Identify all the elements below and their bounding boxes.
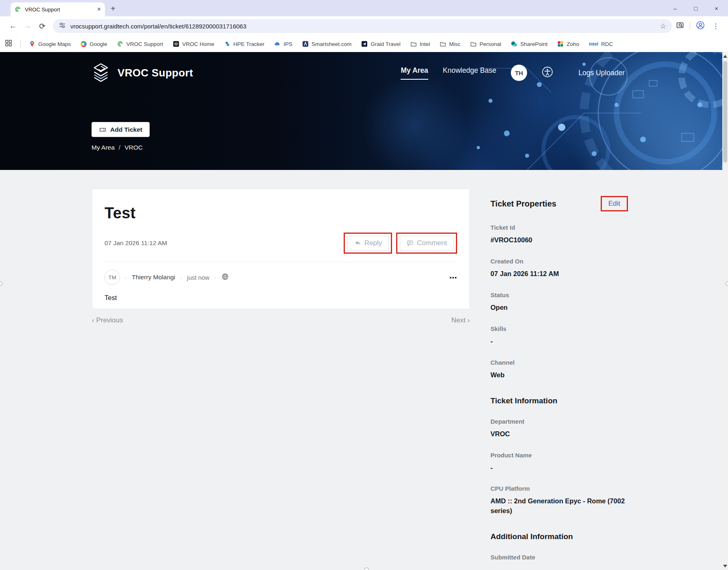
new-tab-button[interactable]: + bbox=[111, 4, 116, 13]
breadcrumb-my-area[interactable]: My Area bbox=[92, 144, 115, 151]
tab-title: VROC Support bbox=[25, 7, 94, 13]
field-value: 07 Jan 2026 11:12 AM bbox=[490, 269, 628, 279]
browser-menu-icon[interactable]: ⋮ bbox=[711, 22, 721, 30]
field-label: Channel bbox=[490, 359, 628, 366]
bookmark-smartsheet[interactable]: Smartsheet.com bbox=[302, 41, 351, 47]
bookmark-google[interactable]: Google bbox=[81, 41, 107, 47]
previous-page-link[interactable]: ‹ Previous bbox=[92, 316, 123, 324]
user-avatar[interactable]: TH bbox=[511, 65, 527, 81]
bookmark-label: Graid Travel bbox=[371, 41, 401, 47]
ticket-title: Test bbox=[105, 205, 457, 222]
field-label: CPU Platform bbox=[490, 485, 628, 492]
selection-handle-bottom bbox=[364, 568, 369, 570]
field-value: - bbox=[490, 463, 628, 473]
bookmark-label: Personal bbox=[480, 41, 501, 47]
reply-button[interactable]: Reply bbox=[347, 236, 388, 250]
bookmark-label: VROC Support bbox=[126, 41, 163, 47]
sharepoint-icon bbox=[511, 41, 517, 47]
nav-logs-uploader[interactable]: Logs Uploader bbox=[578, 69, 625, 77]
scrollbar-thumb[interactable] bbox=[723, 61, 727, 163]
dot-separator: · bbox=[180, 274, 182, 281]
field-cpu-platform: CPU Platform AMD :: 2nd Generation Epyc … bbox=[490, 485, 628, 516]
bookmark-rdc[interactable]: intel RDC bbox=[589, 41, 613, 47]
browser-tab-strip: VROC Support × + – □ × bbox=[0, 0, 728, 16]
field-created-on: Created On 07 Jan 2026 11:12 AM bbox=[490, 258, 628, 279]
edit-properties-link[interactable]: Edit bbox=[608, 200, 620, 207]
bookmark-folder-misc[interactable]: Misc bbox=[440, 41, 460, 47]
window-minimize-button[interactable]: – bbox=[674, 5, 677, 12]
card-divider bbox=[105, 262, 457, 262]
field-label: Ticket Id bbox=[490, 224, 628, 231]
selection-handle-right bbox=[726, 281, 728, 286]
vroc-support-favicon bbox=[15, 6, 21, 13]
search-sidepanel-icon[interactable] bbox=[676, 21, 684, 31]
profile-icon[interactable] bbox=[696, 21, 705, 31]
ticket-body: Test bbox=[105, 294, 457, 302]
bookmark-label: Intel bbox=[420, 41, 430, 47]
dot-separator: · bbox=[214, 274, 216, 281]
field-label: Product Name bbox=[490, 452, 628, 459]
bookmark-vroc-home[interactable]: VROC Home bbox=[173, 41, 214, 47]
field-department: Department VROC bbox=[490, 418, 628, 439]
bookmark-ips[interactable]: IPS bbox=[274, 41, 292, 47]
author-time: just now bbox=[187, 274, 209, 281]
forward-icon[interactable]: → bbox=[20, 22, 35, 30]
window-maximize-button[interactable]: □ bbox=[694, 5, 697, 12]
window-close-button[interactable]: × bbox=[715, 5, 718, 12]
bookmark-label: Misc bbox=[449, 41, 460, 47]
field-label: Status bbox=[490, 292, 628, 298]
bookmark-label: HPE Tracker bbox=[233, 41, 265, 47]
bookmark-graid-travel[interactable]: Graid Travel bbox=[361, 41, 401, 47]
breadcrumb: My Area / VROC bbox=[92, 144, 143, 151]
field-submitted-date: Submitted Date bbox=[490, 554, 628, 561]
ticket-created-date: 07 Jan 2026 11:12 AM bbox=[105, 239, 167, 247]
comment-button[interactable]: Comment bbox=[400, 236, 453, 250]
bookmark-google-maps[interactable]: Google Maps bbox=[29, 41, 71, 47]
section-additional-information: Additional Information bbox=[490, 532, 628, 541]
address-bar[interactable]: vrocsupport.graidtech.com/portal/en/tick… bbox=[53, 19, 672, 33]
bookmark-zoho[interactable]: Zoho bbox=[557, 41, 579, 47]
reply-annotation-box: Reply bbox=[344, 233, 392, 254]
scroll-up-arrow[interactable] bbox=[722, 53, 728, 59]
tab-close-icon[interactable]: × bbox=[97, 6, 101, 13]
bookmark-star-icon[interactable]: ☆ bbox=[660, 22, 666, 30]
smartsheet-icon bbox=[302, 41, 309, 47]
nav-knowledge-base[interactable]: Knowledge Base bbox=[443, 66, 496, 80]
browser-toolbar: ← → ⟳ vrocsupport.graidtech.com/portal/e… bbox=[0, 16, 728, 36]
reload-icon[interactable]: ⟳ bbox=[35, 22, 50, 31]
more-options-icon[interactable]: ••• bbox=[449, 274, 457, 281]
author-name[interactable]: Thierry Molangi bbox=[132, 274, 175, 281]
maps-pin-icon bbox=[29, 41, 35, 47]
bookmark-folder-personal[interactable]: Personal bbox=[470, 41, 501, 47]
portal-hero-banner: VROC Support My Area Knowledge Base TH L… bbox=[0, 52, 722, 170]
next-page-link[interactable]: Next › bbox=[451, 316, 470, 324]
url-text[interactable]: vrocsupport.graidtech.com/portal/en/tick… bbox=[70, 23, 656, 30]
tab-vroc-support[interactable]: VROC Support × bbox=[11, 2, 105, 16]
folder-icon bbox=[470, 41, 477, 47]
hpe-tracker-icon bbox=[224, 41, 231, 47]
brand-name: VROC Support bbox=[118, 67, 193, 79]
apps-grid-icon[interactable] bbox=[5, 39, 12, 48]
folder-icon bbox=[410, 41, 417, 47]
breadcrumb-vroc[interactable]: VROC bbox=[124, 144, 143, 151]
bookmark-folder-intel[interactable]: Intel bbox=[410, 41, 430, 47]
field-product-name: Product Name - bbox=[490, 452, 628, 473]
field-label: Department bbox=[490, 418, 628, 425]
intel-logo-icon: intel bbox=[589, 41, 598, 46]
bookmark-hpe-tracker[interactable]: HPE Tracker bbox=[224, 41, 265, 47]
scroll-down-arrow[interactable] bbox=[722, 563, 728, 569]
bookmark-label: Google bbox=[89, 41, 107, 47]
add-ticket-button[interactable]: Add Ticket bbox=[92, 122, 150, 137]
back-icon[interactable]: ← bbox=[6, 22, 20, 30]
accessibility-icon[interactable] bbox=[542, 66, 553, 79]
folder-icon bbox=[440, 41, 446, 47]
nav-my-area[interactable]: My Area bbox=[401, 66, 428, 80]
vertical-scrollbar[interactable] bbox=[722, 52, 728, 570]
bookmark-vroc-support[interactable]: VROC Support bbox=[117, 41, 163, 47]
bookmarks-divider bbox=[20, 40, 21, 48]
site-settings-icon[interactable] bbox=[59, 22, 66, 30]
bookmark-sharepoint[interactable]: SharePoint bbox=[511, 41, 547, 47]
field-value: Web bbox=[490, 370, 628, 380]
brand: VROC Support bbox=[92, 63, 193, 83]
field-value: Open bbox=[490, 303, 628, 313]
